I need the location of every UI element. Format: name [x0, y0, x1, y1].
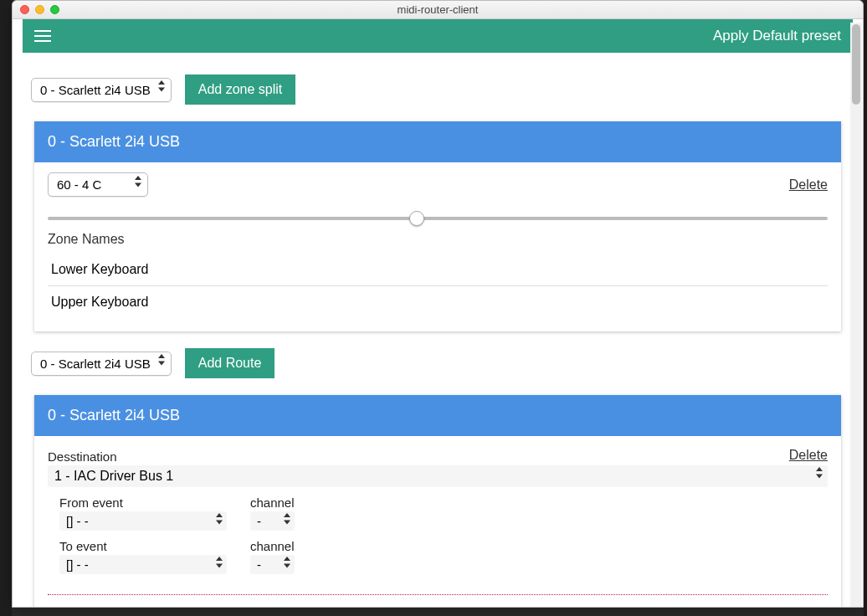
route-divider	[48, 594, 828, 595]
add-route-button[interactable]: Add Route	[185, 348, 275, 378]
window-close-button[interactable]	[20, 5, 29, 14]
from-channel-label: channel	[250, 495, 295, 510]
from-channel-select[interactable]: -	[250, 511, 295, 531]
from-event-label: From event	[59, 495, 227, 510]
apply-default-preset-button[interactable]: Apply Default preset	[713, 28, 841, 44]
zone-card: 0 - Scarlett 2i4 USB 60 - 4 C Delete Zon…	[34, 121, 841, 331]
scrollbar-thumb[interactable]	[852, 24, 860, 105]
app-toolbar: Apply Default preset	[23, 19, 853, 53]
zone-name-input-0[interactable]	[48, 254, 828, 286]
window-minimize-button[interactable]	[35, 5, 44, 14]
add-zone-split-button[interactable]: Add zone split	[185, 74, 296, 105]
app-window: midi-router-client Apply Default preset …	[12, 0, 864, 608]
destination-select[interactable]: 1 - IAC Driver Bus 1	[48, 465, 828, 487]
route-card: 0 - Scarlett 2i4 USB Desstination Delete…	[34, 395, 841, 607]
window-title: midi-router-client	[13, 3, 863, 16]
zone-name-input-1[interactable]	[48, 286, 828, 318]
titlebar: midi-router-client	[13, 1, 863, 19]
to-channel-label: channel	[250, 539, 295, 553]
zone-card-title: 0 - Scarlett 2i4 USB	[34, 121, 841, 162]
route-device-select[interactable]: 0 - Scarlett 2i4 USB	[31, 352, 172, 376]
window-maximize-button[interactable]	[50, 5, 59, 14]
from-event-select[interactable]: [] - -	[59, 511, 227, 531]
destination-label: Desstination	[48, 449, 117, 464]
vertical-scrollbar[interactable]	[850, 23, 862, 607]
delete-zone-split-link[interactable]: Delete	[789, 177, 828, 192]
to-event-label: To event	[59, 539, 227, 553]
zone-split-slider[interactable]	[48, 217, 828, 220]
menu-icon[interactable]	[34, 30, 51, 42]
zone-device-select[interactable]: 0 - Scarlett 2i4 USB	[31, 78, 172, 102]
zone-names-label: Zone Names	[48, 232, 828, 247]
to-channel-select[interactable]: -	[250, 555, 295, 574]
to-event-select[interactable]: [] - -	[59, 555, 227, 574]
route-card-title: 0 - Scarlett 2i4 USB	[34, 395, 841, 436]
delete-route-link[interactable]: Delete	[789, 448, 828, 463]
zone-split-note-select[interactable]: 60 - 4 C	[48, 172, 148, 197]
